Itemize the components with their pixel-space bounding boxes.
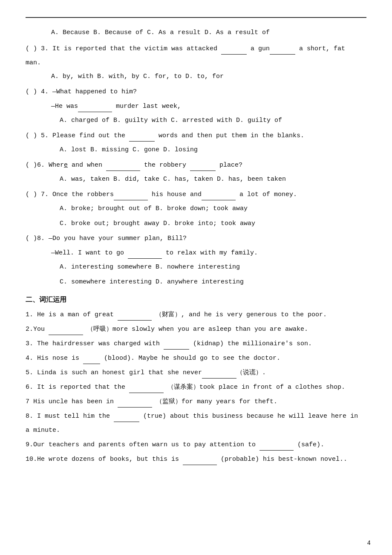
top-border	[26, 17, 366, 18]
q8-options-cd: C. somewhere interesting D. anywhere int…	[26, 276, 366, 288]
blank-q3-2	[270, 43, 295, 55]
blank-v6	[129, 381, 164, 393]
question-8: ( )8. —Do you have your summer plan, Bil…	[26, 233, 366, 244]
blank-v8	[114, 410, 139, 422]
q3-options: A. by, with B. with, by C. for, to D. to…	[26, 71, 366, 82]
vocab-q2: 2.You （呼吸）more slowly when you are aslee…	[26, 323, 366, 335]
q8-options-ab: A. interesting somewhere B. nowhere inte…	[26, 261, 366, 273]
blank-v4	[83, 352, 100, 364]
blank-v10	[183, 453, 217, 465]
vocab-q5: 5. Linda is such an honest girl that she…	[26, 367, 366, 379]
question-6: ( )6. Where and when the robbery place?	[26, 159, 366, 171]
vocab-q4: 4. His nose is (blood). Maybe he should …	[26, 352, 366, 364]
blank-q7-2	[202, 188, 236, 200]
vocab-q8-cont: a minute.	[26, 425, 366, 436]
blank-q7-1	[114, 188, 148, 200]
blank-v1	[118, 309, 152, 321]
vocab-q7: 7 His uncle has been in （监狱）for many yea…	[26, 396, 366, 408]
q4-options: A. charged of B. guilty with C. arrested…	[26, 115, 366, 126]
options-row-prev: A. Because B. Because of C. As a result …	[26, 27, 366, 38]
vocab-q1: 1. He is a man of great （财富）, and he is …	[26, 309, 366, 321]
section2-title: 二、词汇运用	[26, 295, 366, 304]
vocab-q3: 3. The hairdresser was charged with (kid…	[26, 338, 366, 350]
blank-q8	[128, 247, 162, 259]
blank-q4	[78, 100, 112, 112]
blank-v5	[202, 367, 236, 379]
page: A. Because B. Because of C. As a result …	[0, 0, 392, 555]
blank-v7	[118, 396, 152, 408]
blank-q5	[129, 130, 155, 142]
q6-options: A. was, taken B. did, take C. has, taken…	[26, 173, 366, 185]
question-7: ( ) 7. Once the robbers his house and a …	[26, 188, 366, 200]
question-3-cont: man.	[26, 57, 366, 69]
question-4-sub: —He was murder last week,	[26, 100, 366, 112]
blank-q3-1	[221, 43, 247, 55]
blank-q6-1	[106, 159, 140, 171]
q5-options: A. lost B. missing C. gone D. losing	[26, 144, 366, 156]
question-4: ( ) 4. —What happened to him?	[26, 86, 366, 98]
blank-q6-2	[190, 159, 216, 171]
question-5: ( ) 5. Please find out the words and the…	[26, 130, 366, 142]
vocab-q9: 9.Our teachers and parents often warn us…	[26, 439, 366, 451]
vocab-q8: 8. I must tell him the (true) about this…	[26, 410, 366, 422]
blank-v9	[259, 439, 294, 451]
page-number: 4	[367, 540, 371, 546]
blank-v2	[49, 323, 83, 335]
question-8-sub: —Well. I want to go to relax with my fam…	[26, 247, 366, 259]
q7-options-cd: C. broke out; brought away D. broke into…	[26, 218, 366, 229]
question-3: ( ) 3. It is reported that the victim wa…	[26, 43, 366, 55]
q7-options-ab: A. broke; brought out of B. broke down; …	[26, 203, 366, 214]
vocab-q6: 6. It is reported that the （谋杀案）took pla…	[26, 381, 366, 393]
vocab-q10: 10.He wrote dozens of books, but this is…	[26, 453, 366, 465]
blank-v3	[164, 338, 189, 350]
